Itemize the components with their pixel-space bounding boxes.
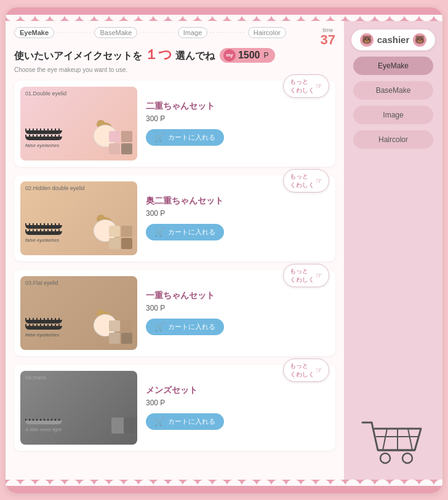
product-img-label-4: 04.mens xyxy=(25,375,47,381)
lash-line-top-4 xyxy=(25,421,62,424)
product-info-1: 二重ちゃんセット 300 P 🛒 カートに入れる xyxy=(146,101,329,146)
nav-bar: EyeMake ············ BaseMake ··········… xyxy=(14,27,335,38)
more-details-btn-2[interactable]: もっとくわしく xyxy=(283,169,329,192)
coin-icon: my xyxy=(223,49,236,62)
product-name-1: 二重ちゃんセット xyxy=(146,101,329,112)
svg-line-1 xyxy=(383,429,387,450)
scallop-top-border xyxy=(6,7,442,21)
shopping-cart-svg xyxy=(359,413,427,469)
svg-line-3 xyxy=(408,429,412,450)
page-title: 使いたいアイメイクセットを １つ 選んでね xyxy=(14,46,215,64)
lash-line-bottom-3 xyxy=(25,326,62,330)
swatch-1-1 xyxy=(109,131,120,142)
time-badge: time 37 xyxy=(321,27,335,47)
nav-step-image[interactable]: Image xyxy=(178,27,208,38)
cart-icon-1: 🛒 xyxy=(154,133,164,142)
false-label-2: false eyelashes xyxy=(25,237,62,243)
swatches-1 xyxy=(109,131,132,154)
add-to-cart-btn-4[interactable]: 🛒 カートに入れる xyxy=(146,413,224,430)
swatches-4 xyxy=(111,418,135,441)
lash-line-top-2 xyxy=(25,225,62,229)
add-to-cart-btn-3[interactable]: 🛒 カートに入れる xyxy=(146,319,224,335)
swatch-3-3 xyxy=(109,333,120,344)
main-content: EyeMake ············ BaseMake ··········… xyxy=(6,21,442,480)
eyelash-art-3: false eyelashes xyxy=(25,320,62,338)
scallop-bottom-border xyxy=(6,480,442,493)
left-panel: EyeMake ············ BaseMake ··········… xyxy=(6,21,344,480)
lash-line-bottom-1 xyxy=(25,137,62,140)
lash-line-bottom-2 xyxy=(25,231,62,235)
product-image-1: 01.Double eyelid false eyelashes xyxy=(20,87,137,161)
false-label-3: false eyelashes xyxy=(25,332,62,338)
product-name-4: メンズセット xyxy=(146,385,329,396)
more-details-btn-3[interactable]: もっとくわしく xyxy=(283,264,329,287)
eyelash-art-4: A little more light xyxy=(25,421,62,432)
cart-btn-label-3: カートに入れる xyxy=(168,322,215,331)
swatches-2 xyxy=(109,226,132,249)
cart-btn-label-4: カートに入れる xyxy=(168,417,215,426)
product-img-label-2: 02.Hidden double eyelid xyxy=(25,185,85,191)
cart-icon-2: 🛒 xyxy=(154,228,164,237)
lash-line-top-3 xyxy=(25,320,62,323)
bear-icon-left: 🐻 xyxy=(360,33,374,47)
sidebar-nav-eyemake[interactable]: EyeMake xyxy=(353,57,433,75)
swatch-2-3 xyxy=(109,238,120,249)
swatch-1-2 xyxy=(121,131,132,142)
sidebar-nav-image[interactable]: Image xyxy=(353,106,433,124)
product-card-4: もっとくわしく 04.mens A little more light メンズセ… xyxy=(14,365,335,451)
cart-btn-label-2: カートに入れる xyxy=(168,228,215,237)
coin-unit: P xyxy=(264,51,269,60)
page-title-suffix: 選んでね xyxy=(175,50,215,61)
cart-icon-3: 🛒 xyxy=(154,322,164,331)
page-title-row: 使いたいアイメイクセットを １つ 選んでね my 1500 P xyxy=(14,46,335,65)
swatch-3-4 xyxy=(121,333,132,344)
product-price-3: 300 P xyxy=(146,304,329,312)
product-image-3: 03.Flat eyelid false eyelashes xyxy=(20,276,137,350)
add-to-cart-btn-2[interactable]: 🛒 カートに入れる xyxy=(146,224,224,240)
eyelash-art-2: false eyelashes xyxy=(25,225,62,243)
product-img-label-3: 03.Flat eyelid xyxy=(25,280,58,286)
swatch-1-3 xyxy=(109,143,120,154)
nav-dots-3: ············ xyxy=(210,29,245,36)
false-label-1: false eyelashes xyxy=(25,143,62,148)
add-to-cart-btn-1[interactable]: 🛒 カートに入れる xyxy=(146,129,224,146)
app-container: EyeMake ············ BaseMake ··········… xyxy=(6,7,442,493)
nav-step-eyemake[interactable]: EyeMake xyxy=(14,27,54,38)
product-price-4: 300 P xyxy=(146,399,329,407)
more-details-btn-1[interactable]: もっとくわしく xyxy=(283,74,329,98)
cart-icon-4: 🛒 xyxy=(154,417,164,426)
cart-btn-label-1: カートに入れる xyxy=(168,133,215,142)
eyelash-art-1: false eyelashes xyxy=(25,130,62,148)
product-card-3: もっとくわしく 03.Flat eyelid false eyelashes xyxy=(14,270,335,356)
right-panel: 🐻 cashier 🐻 EyeMake BaseMake Image Hairc… xyxy=(344,21,442,480)
swatch-1-4 xyxy=(121,143,132,154)
product-card-2: もっとくわしく 02.Hidden double eyelid false ey… xyxy=(14,175,335,261)
swatch-4-2 xyxy=(124,418,137,434)
nav-dots-1: ············ xyxy=(57,29,92,36)
product-info-4: メンズセット 300 P 🛒 カートに入れる xyxy=(146,385,329,430)
swatch-2-1 xyxy=(109,226,120,237)
sidebar-nav-basemake[interactable]: BaseMake xyxy=(353,81,433,100)
cashier-badge: 🐻 cashier 🐻 xyxy=(351,30,436,50)
product-price-1: 300 P xyxy=(146,114,329,123)
coin-amount: 1500 xyxy=(238,50,260,61)
lash-line-top-1 xyxy=(25,130,62,134)
swatch-2-4 xyxy=(121,238,132,249)
sidebar-nav-haircolor[interactable]: Haircolor xyxy=(353,130,433,149)
product-image-2: 02.Hidden double eyelid false eyelashes xyxy=(20,181,137,255)
coin-badge: my 1500 P xyxy=(220,48,275,63)
nav-step-haircolor[interactable]: Haircolor xyxy=(248,27,286,38)
cart-illustration xyxy=(359,401,427,471)
svg-point-6 xyxy=(402,453,412,463)
product-image-4: 04.mens A little more light xyxy=(20,371,137,445)
product-info-2: 奥二重ちゃんセット 300 P 🛒 カートに入れる xyxy=(146,196,329,240)
more-details-btn-4[interactable]: もっとくわしく xyxy=(283,359,329,382)
product-img-label-1: 01.Double eyelid xyxy=(25,90,66,97)
product-name-3: 一重ちゃんセット xyxy=(146,290,329,301)
product-card-1: もっとくわしく 01.Double eyelid false eyelashes xyxy=(14,81,335,167)
product-name-2: 奥二重ちゃんセット xyxy=(146,196,329,207)
nav-step-basemake[interactable]: BaseMake xyxy=(94,27,137,38)
product-info-3: 一重ちゃんセット 300 P 🛒 カートに入れる xyxy=(146,290,329,335)
nav-dots-2: ············ xyxy=(140,29,175,36)
product-price-2: 300 P xyxy=(146,209,329,218)
